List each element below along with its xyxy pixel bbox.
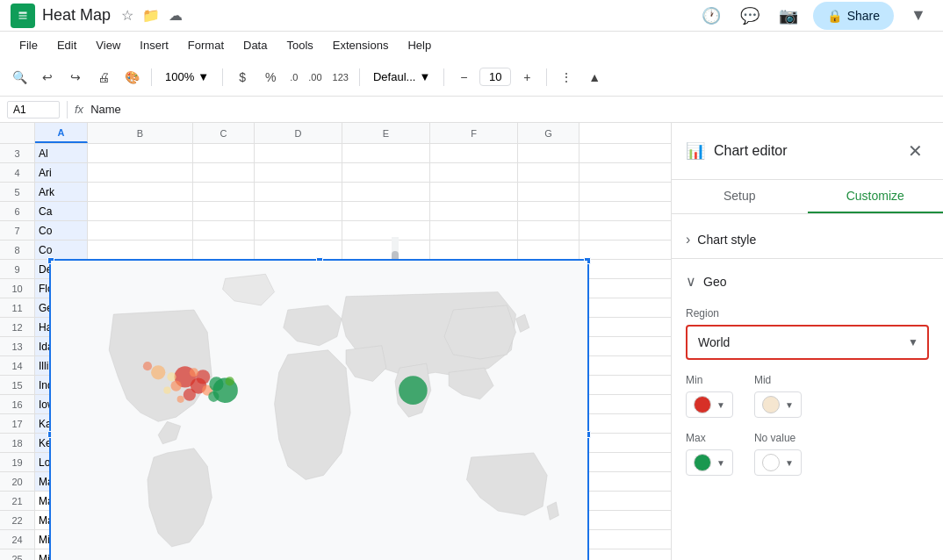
close-editor-button[interactable]: ✕ — [901, 137, 929, 165]
font-select[interactable]: Defaul... ▼ — [367, 68, 436, 86]
menu-extensions[interactable]: Extensions — [324, 35, 398, 55]
max-label: Max — [686, 432, 733, 444]
row-11[interactable]: 11 — [0, 298, 34, 318]
row-15[interactable]: 15 — [0, 376, 34, 395]
folder-icon[interactable]: 📁 — [142, 7, 160, 24]
row-22[interactable]: 22 — [0, 511, 34, 530]
editor-body: › Chart style ∨ Geo Region World Africa … — [672, 214, 943, 560]
row-20[interactable]: 20 — [0, 472, 34, 492]
row-18[interactable]: 18 — [0, 434, 34, 453]
tab-customize[interactable]: Customize — [808, 180, 944, 213]
row-8[interactable]: 8 — [0, 241, 34, 260]
no-value-color-button[interactable]: ▼ — [754, 449, 802, 476]
toolbar-separator-2 — [222, 68, 223, 86]
menu-file[interactable]: File — [11, 35, 47, 55]
row-16[interactable]: 16 — [0, 395, 34, 414]
meet-icon[interactable]: 📷 — [774, 2, 803, 30]
decimal-increase-button[interactable]: .00 — [305, 65, 325, 90]
col-header-F[interactable]: F — [430, 123, 518, 143]
decimal-decrease-button[interactable]: .0 — [286, 65, 301, 90]
collapse-toolbar-button[interactable]: ▲ — [582, 65, 607, 90]
menu-data[interactable]: Data — [234, 35, 276, 55]
font-size-input[interactable]: 10 — [479, 68, 511, 86]
row-25[interactable]: 25 — [0, 549, 34, 560]
table-row: Al — [35, 144, 671, 163]
row-7[interactable]: 7 — [0, 221, 34, 241]
col-header-E[interactable]: E — [342, 123, 430, 143]
undo-button[interactable]: ↩ — [35, 65, 60, 90]
editor-title: Chart editor — [714, 143, 901, 159]
paint-format-button[interactable]: 🎨 — [119, 65, 144, 90]
row-21[interactable]: 21 — [0, 492, 34, 511]
zoom-select[interactable]: 100% ▼ — [159, 68, 215, 86]
main-area: A B C D E F G 3 4 5 6 7 8 9 10 — [0, 123, 943, 560]
row-6[interactable]: 6 — [0, 202, 34, 221]
col-header-D[interactable]: D — [255, 123, 342, 143]
currency-button[interactable]: $ — [230, 65, 255, 90]
svg-point-9 — [170, 380, 181, 391]
col-header-G[interactable]: G — [518, 123, 579, 143]
svg-point-21 — [399, 376, 428, 405]
row-10[interactable]: 10 — [0, 279, 34, 298]
toolbar-separator-1 — [151, 68, 152, 86]
row-19[interactable]: 19 — [0, 453, 34, 472]
menu-format[interactable]: Format — [179, 35, 233, 55]
font-size-increase[interactable]: + — [515, 65, 539, 90]
tab-setup[interactable]: Setup — [672, 180, 808, 213]
row-13[interactable]: 13 — [0, 337, 34, 356]
formula-bar: A1 fx Name — [0, 97, 943, 123]
menu-bar: File Edit View Insert Format Data Tools … — [0, 32, 943, 58]
max-color-arrow: ▼ — [716, 458, 725, 468]
history-icon[interactable]: 🕐 — [697, 2, 725, 30]
format-number-button[interactable]: 123 — [329, 65, 352, 90]
no-value-color-swatch — [762, 454, 780, 471]
region-select[interactable]: World Africa Americas Asia Europe Middle… — [686, 325, 929, 360]
menu-help[interactable]: Help — [399, 35, 440, 55]
font-size-decrease[interactable]: − — [451, 65, 476, 90]
mid-color-button[interactable]: ▼ — [754, 391, 802, 418]
max-color-button[interactable]: ▼ — [686, 449, 733, 476]
row-4[interactable]: 4 — [0, 163, 34, 183]
column-headers: A B C D E F G — [0, 123, 671, 144]
row-9[interactable]: 9 — [0, 260, 34, 279]
toolbar: 🔍 ↩ ↪ 🖨 🎨 100% ▼ $ % .0 .00 123 Defaul..… — [0, 58, 943, 97]
share-arrow-icon[interactable]: ▼ — [904, 2, 932, 30]
row-17[interactable]: 17 — [0, 414, 34, 434]
svg-rect-1 — [19, 11, 27, 13]
menu-edit[interactable]: Edit — [48, 35, 85, 55]
cell-reference-input[interactable]: A1 — [7, 101, 60, 118]
share-button[interactable]: 🔒 Share — [813, 2, 894, 30]
max-color-field: Max ▼ — [686, 432, 733, 476]
redo-button[interactable]: ↪ — [63, 65, 88, 90]
geo-section-header[interactable]: ∨ Geo — [672, 262, 943, 300]
comment-icon[interactable]: 💬 — [736, 2, 764, 30]
min-color-swatch — [694, 396, 711, 413]
toolbar-separator-5 — [546, 68, 547, 86]
svg-point-10 — [190, 368, 198, 377]
svg-point-13 — [167, 372, 176, 381]
header-right: 🕐 💬 📷 🔒 Share ▼ — [697, 2, 932, 30]
cloud-icon[interactable]: ☁ — [169, 7, 183, 24]
min-color-button[interactable]: ▼ — [686, 391, 733, 418]
chart-style-section[interactable]: › Chart style — [672, 221, 943, 258]
search-button[interactable]: 🔍 — [7, 65, 32, 90]
row-3[interactable]: 3 — [0, 144, 34, 163]
svg-point-17 — [208, 391, 219, 402]
row-5[interactable]: 5 — [0, 183, 34, 202]
mid-color-field: Mid ▼ — [754, 374, 802, 418]
document-title: Heat Map — [42, 6, 111, 25]
col-header-B[interactable]: B — [88, 123, 193, 143]
more-formats-button[interactable]: ⋮ — [554, 65, 579, 90]
menu-tools[interactable]: Tools — [277, 35, 321, 55]
row-12[interactable]: 12 — [0, 318, 34, 337]
star-icon[interactable]: ☆ — [121, 7, 133, 24]
print-button[interactable]: 🖨 — [91, 65, 116, 90]
mid-color-swatch — [762, 396, 780, 413]
col-header-A[interactable]: A — [35, 123, 88, 143]
row-14[interactable]: 14 — [0, 356, 34, 376]
percent-button[interactable]: % — [258, 65, 283, 90]
col-header-C[interactable]: C — [193, 123, 255, 143]
row-24[interactable]: 24 — [0, 530, 34, 549]
menu-insert[interactable]: Insert — [131, 35, 177, 55]
menu-view[interactable]: View — [87, 35, 129, 55]
